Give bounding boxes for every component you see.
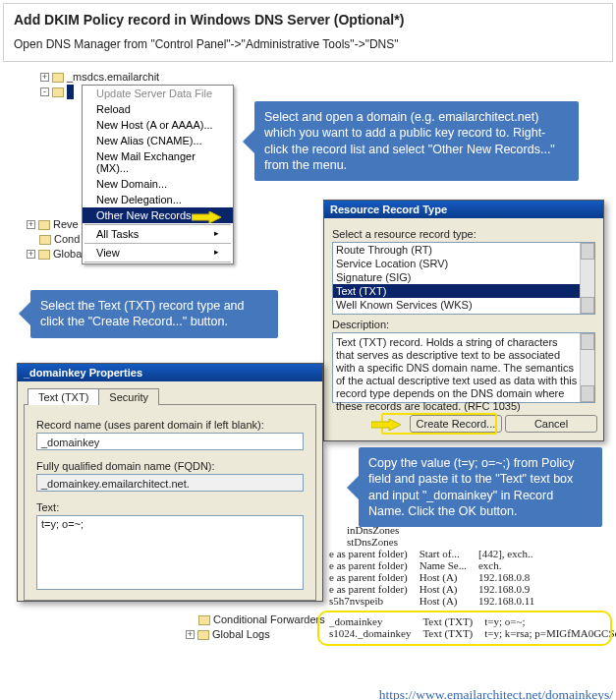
expand-icon[interactable]: + (40, 73, 49, 82)
records-panel: inDnsZones stDnsZones e as parent folder… (327, 524, 612, 607)
table-row[interactable]: e as parent folder)Host (A)192.168.0.9 (327, 583, 544, 595)
text-input[interactable]: t=y; o=~; (36, 515, 304, 590)
expand-icon[interactable]: + (27, 250, 35, 259)
menu-item-view[interactable]: View (83, 245, 233, 261)
footer-link[interactable]: https://www.emailarchitect.net/domainkey… (379, 687, 613, 700)
list-item[interactable]: Well Known Services (WKS) (333, 298, 580, 312)
page-title: Add DKIM Policy record in Windows DNS Se… (14, 12, 602, 28)
dialog-titlebar: Resource Record Type (324, 201, 603, 218)
yellow-pointer-icon (371, 419, 401, 431)
resource-record-type-dialog: Resource Record Type Select a resource r… (323, 200, 604, 441)
context-menu[interactable]: Update Server Data File Reload New Host … (82, 85, 234, 264)
description-label: Description: (332, 319, 595, 330)
dialog-title: Resource Record Type (330, 204, 447, 215)
tree-node[interactable]: Globa (53, 247, 82, 262)
list-item-selected[interactable]: Text (TXT) (333, 284, 580, 298)
footer-link-row: https://www.emailarchitect.net/domainkey… (3, 687, 613, 700)
menu-item-new-delegation[interactable]: New Delegation... (83, 192, 233, 207)
list-item[interactable]: Signature (SIG) (333, 270, 580, 284)
tab-text[interactable]: Text (TXT) (28, 388, 99, 405)
dialog-titlebar: _domainkey Properties (18, 364, 322, 381)
table-row[interactable]: e as parent folder)Name Se...exch. (327, 559, 544, 571)
tab-panel: Record name (uses parent domain if left … (24, 404, 316, 601)
fqdn-field: _domainkey.emailarchitect.net. (36, 474, 304, 492)
folder-icon (197, 630, 209, 640)
folder-icon (38, 220, 50, 230)
dns-tree-lower[interactable]: +Reve Cond +Globa (27, 217, 82, 262)
record-name-input[interactable]: _domainkey (36, 433, 304, 450)
menu-item-new-domain[interactable]: New Domain... (83, 176, 233, 192)
zone-label: inDnsZones (347, 524, 612, 536)
table-row[interactable]: s5h7nvspeibHost (A)192.168.0.11 (327, 595, 544, 607)
tree-node[interactable]: Conditional Forwarders (213, 612, 325, 627)
menu-item-reload[interactable]: Reload (83, 101, 233, 117)
callout-1: Select and open a domain (e.g. emailarch… (254, 101, 579, 181)
records-table: e as parent folder)Start of...[442], exc… (327, 548, 544, 607)
expand-icon[interactable]: + (27, 220, 35, 229)
folder-icon (198, 615, 210, 625)
callout-3: Copy the value (t=y; o=~;) from Policy f… (359, 447, 602, 527)
expand-icon[interactable]: + (186, 630, 195, 639)
folder-icon (52, 88, 64, 97)
table-row[interactable]: e as parent folder)Start of...[442], exc… (327, 548, 544, 559)
folder-icon (39, 235, 51, 245)
list-item[interactable]: Route Through (RT) (333, 243, 580, 257)
record-type-listbox[interactable]: Route Through (RT) Service Location (SRV… (332, 242, 595, 315)
tree-node[interactable]: _msdcs.emailarchit (67, 70, 159, 85)
list-item[interactable]: X.25 (333, 312, 580, 315)
folder-icon (52, 73, 64, 83)
collapse-icon[interactable]: - (40, 88, 49, 96)
table-row[interactable]: e as parent folder)Host (A)192.168.0.8 (327, 571, 544, 583)
yellow-highlight-ring (317, 611, 612, 646)
header-box: Add DKIM Policy record in Windows DNS Se… (3, 3, 613, 62)
scrollbar[interactable] (580, 333, 594, 402)
tree-node[interactable]: Global Logs (212, 627, 270, 642)
dns-tree-bottom[interactable]: Conditional Forwarders +Global Logs (186, 612, 325, 642)
page-instruction: Open DNS Manager from "Control Panel"->"… (14, 37, 602, 51)
scrollbar[interactable] (580, 243, 594, 314)
folder-icon (38, 250, 50, 260)
domainkey-properties-dialog: _domainkey Properties Text (TXT) Securit… (17, 363, 323, 602)
menu-item-new-host[interactable]: New Host (A or AAAA)... (83, 117, 233, 133)
fqdn-label: Fully qualified domain name (FQDN): (36, 460, 304, 472)
tab-security[interactable]: Security (98, 388, 159, 405)
list-item[interactable]: Service Location (SRV) (333, 257, 580, 270)
text-label: Text: (36, 501, 304, 513)
zone-label: stDnsZones (347, 536, 612, 548)
menu-item-update: Update Server Data File (83, 86, 233, 101)
callout-2: Select the Text (TXT) record type and cl… (30, 290, 278, 338)
menu-item-all-tasks[interactable]: All Tasks (83, 226, 233, 242)
menu-item-new-alias[interactable]: New Alias (CNAME)... (83, 133, 233, 148)
tree-node[interactable]: Reve (53, 217, 79, 232)
description-text: Text (TXT) record. Holds a string of cha… (336, 336, 577, 412)
description-box: Text (TXT) record. Holds a string of cha… (332, 332, 595, 403)
select-record-type-label: Select a resource record type: (332, 228, 595, 240)
yellow-pointer-icon (192, 211, 221, 223)
diagram-canvas: +_msdcs.emailarchit - _sites +Reve Cond … (3, 62, 613, 681)
record-name-label: Record name (uses parent domain if left … (36, 419, 304, 431)
menu-item-new-mx[interactable]: New Mail Exchanger (MX)... (83, 148, 233, 176)
tree-node[interactable]: Cond (54, 232, 80, 247)
cancel-button[interactable]: Cancel (505, 415, 597, 433)
dialog-title: _domainkey Properties (24, 367, 142, 379)
